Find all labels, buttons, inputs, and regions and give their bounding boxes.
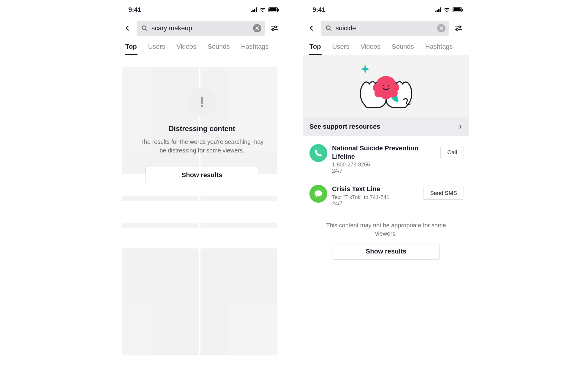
cellular-icon [435,7,441,12]
support-container: See support resources National Suicide P… [303,55,469,386]
search-header [119,17,285,40]
tab-sounds[interactable]: Sounds [207,40,230,55]
distressing-subtitle: The results for the words you're searchi… [137,138,267,155]
resource-instruction: Text "TikTok" to 741-741 [332,194,418,201]
clear-search-button[interactable] [437,24,445,32]
cellular-icon [251,7,257,12]
back-button[interactable] [306,23,317,34]
battery-icon [268,7,278,12]
status-bar: 9:41 [119,3,285,17]
distressing-title: Distressing content [169,125,235,133]
status-time: 9:41 [312,6,325,14]
search-box [321,21,449,36]
show-results-button[interactable]: Show results [146,167,258,183]
resource-item-crisis-text: Crisis Text Line Text "TikTok" to 741-74… [307,181,466,213]
chat-icon [309,185,327,203]
svg-line-7 [330,29,331,31]
show-results-button[interactable]: Show results [333,243,440,260]
search-input[interactable] [336,24,434,32]
filter-button[interactable] [269,23,280,34]
search-tabs: Top Users Videos Sounds Hashtags [119,40,285,55]
svg-point-9 [459,26,461,28]
battery-icon [453,7,462,12]
svg-line-1 [146,29,147,31]
wifi-icon [260,7,266,12]
see-support-resources-row[interactable]: See support resources [303,117,469,136]
wifi-icon [444,7,450,12]
send-sms-button[interactable]: Send SMS [423,187,464,200]
search-icon [325,25,332,32]
warning-icon: ! [188,88,216,116]
status-icons [435,7,462,12]
back-button[interactable] [122,23,132,34]
tab-users[interactable]: Users [332,40,350,55]
tab-top[interactable]: Top [309,40,322,55]
support-banner: See support resources [303,55,469,136]
banner-cta-label: See support resources [309,123,380,130]
resource-list: National Suicide Prevention Lifeline 1-8… [303,136,469,213]
status-icons [251,7,278,12]
search-icon [141,25,148,32]
phone-icon [309,144,327,162]
tab-users[interactable]: Users [148,40,166,55]
call-button[interactable]: Call [440,146,464,159]
filter-button[interactable] [453,23,464,34]
svg-point-11 [456,29,458,31]
svg-point-13 [388,85,389,86]
tab-hashtags[interactable]: Hashtags [241,40,269,55]
status-time: 9:41 [128,6,141,14]
svg-point-12 [383,85,385,86]
distressing-overlay: ! Distressing content The results for th… [119,55,285,386]
banner-illustration [303,55,469,117]
tab-videos[interactable]: Videos [176,40,197,55]
tab-videos[interactable]: Videos [360,40,381,55]
resource-title: Crisis Text Line [332,185,418,193]
resource-title: National Suicide Prevention Lifeline [332,144,436,160]
tab-sounds[interactable]: Sounds [391,40,415,55]
screen-support-resources: 9:41 Top Users Videos Sounds Hashtags [303,3,469,386]
content-warning-note: This content may not be appropriate for … [303,213,469,243]
tab-hashtags[interactable]: Hashtags [425,40,453,55]
resource-item-lifeline: National Suicide Prevention Lifeline 1-8… [307,140,466,181]
search-tabs: Top Users Videos Sounds Hashtags [303,40,469,55]
search-input[interactable] [151,24,249,32]
search-box [137,21,265,36]
resource-hours: 24/7 [332,168,436,174]
resource-number: 1-800-273-8255 [332,162,436,168]
svg-point-3 [275,26,277,28]
screen-distressing-content: 9:41 Top Users Videos Sounds Hashtags [119,3,285,386]
svg-point-5 [272,29,274,31]
resource-hours: 24/7 [332,201,418,207]
status-bar: 9:41 [303,3,469,17]
search-header [303,17,469,40]
tab-top[interactable]: Top [125,40,137,55]
clear-search-button[interactable] [253,24,261,32]
chevron-right-icon [458,124,463,129]
